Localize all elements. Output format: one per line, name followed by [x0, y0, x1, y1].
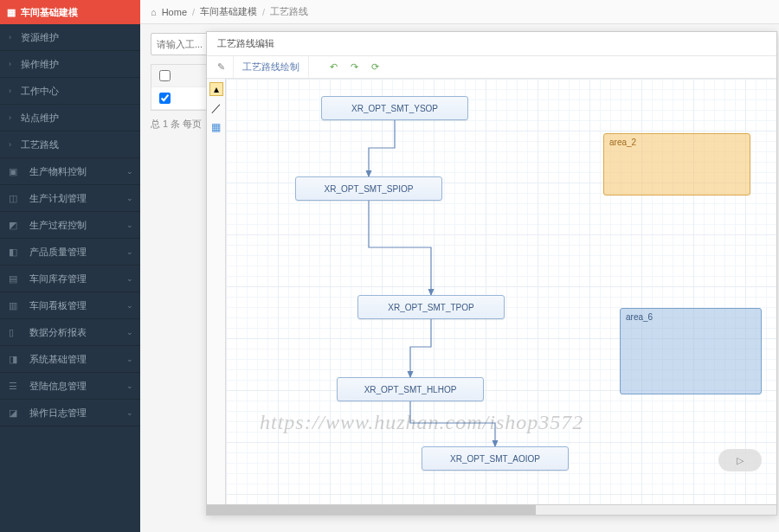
undo-icon[interactable]: ↶ [325, 59, 342, 76]
chevron-right-icon: › [9, 140, 11, 149]
sidebar: ▦ 车间基础建模 ›资源维护 ›操作维护 ›工作中心 ›站点维护 ›工艺路线 ▣… [0, 0, 140, 532]
sidebar-item-workcenter[interactable]: ›工作中心 [0, 78, 140, 105]
redo-icon[interactable]: ↷ [345, 59, 363, 76]
sidebar-item-label: 生产过程控制 [29, 219, 87, 232]
breadcrumb-sep: / [262, 7, 265, 17]
breadcrumb-crumb1[interactable]: 车间基础建模 [200, 5, 257, 18]
flow-node[interactable]: XR_OPT_SMT_HLHOP [337, 377, 484, 401]
sidebar-item-label: 工艺路线 [21, 138, 59, 151]
log-icon: ◪ [9, 407, 23, 419]
breadcrumb-home[interactable]: Home [162, 7, 187, 17]
sidebar-section-log[interactable]: ◪操作日志管理⌄ [0, 400, 140, 426]
sidebar-item-label: 车间看板管理 [29, 299, 87, 312]
board-icon: ▥ [9, 300, 23, 311]
line-tool-icon[interactable]: ／ [209, 101, 223, 115]
flow-node[interactable]: XR_OPT_SMT_SPIOP [295, 176, 442, 201]
grid-tool-icon[interactable]: ▦ [209, 120, 223, 134]
chevron-down-icon: ⌄ [126, 194, 133, 202]
breadcrumb: ⌂ Home / 车间基础建模 / 工艺路线 [140, 0, 779, 24]
tab-label: 工艺路线绘制 [242, 61, 299, 74]
sidebar-item-route[interactable]: ›工艺路线 [0, 131, 140, 158]
horizontal-scrollbar[interactable] [207, 504, 776, 515]
chevron-down-icon: ⌄ [126, 301, 133, 310]
sidebar-item-label: 操作日志管理 [29, 407, 87, 420]
chevron-down-icon: ⌄ [126, 381, 133, 390]
key-icon: ☰ [9, 381, 23, 392]
chevron-down-icon: ⌄ [126, 355, 133, 363]
modal-title: 工艺路线编辑 [207, 32, 776, 56]
pointer-tool-icon[interactable]: ▴ [209, 82, 223, 96]
sidebar-section-plan[interactable]: ◫生产计划管理⌄ [0, 185, 140, 212]
tool-palette: ▴ ／ ▦ [207, 79, 226, 504]
sidebar-item-label: 生产物料控制 [29, 165, 87, 178]
sidebar-item-resource[interactable]: ›资源维护 [0, 24, 140, 51]
calendar-icon: ◫ [9, 193, 23, 204]
chevron-down-icon: ⌄ [126, 221, 133, 229]
sidebar-section-kanban[interactable]: ▥车间看板管理⌄ [0, 292, 140, 319]
modal-title-label: 工艺路线编辑 [217, 37, 274, 50]
search-input[interactable] [151, 33, 211, 55]
sidebar-item-label: 数据分析报表 [29, 326, 87, 339]
flow-node[interactable]: XR_OPT_SMT_YSOP [321, 96, 468, 120]
pager-text: 总 1 条 每页 [151, 119, 202, 129]
sidebar-section-inventory[interactable]: ▤车间库存管理⌄ [0, 266, 140, 292]
breadcrumb-crumb2: 工艺路线 [270, 5, 308, 18]
sidebar-item-label: 产品质量管理 [29, 246, 87, 259]
play-badge-icon: ▷ [718, 449, 762, 471]
modal-body: ▴ ／ ▦ XR_OPT_SMT_YSOPXR_OPT_SMT_SPIOPXR_… [207, 79, 776, 504]
area-box[interactable]: area_2 [603, 133, 750, 195]
sidebar-item-label: 登陆信息管理 [29, 380, 87, 393]
flow-node[interactable]: XR_OPT_SMT_TPOP [357, 295, 505, 319]
stack-icon: ▤ [9, 273, 23, 285]
gear-icon: ◩ [9, 220, 23, 231]
chevron-right-icon: › [9, 87, 11, 95]
chevron-down-icon: ⌄ [126, 328, 133, 337]
sidebar-section-system[interactable]: ◨系统基础管理⌄ [0, 346, 140, 373]
edit-icon[interactable]: ✎ [212, 59, 229, 76]
sidebar-item-label: 系统基础管理 [29, 353, 87, 366]
chevron-right-icon: › [9, 33, 11, 42]
chevron-down-icon: ⌄ [126, 247, 133, 256]
row-checkbox[interactable] [159, 93, 171, 104]
dashboard-icon: ▦ [7, 7, 16, 18]
sidebar-section-material[interactable]: ▣生产物料控制⌄ [0, 158, 140, 185]
box-icon: ▣ [9, 166, 23, 177]
sidebar-item-label: 操作维护 [21, 58, 59, 71]
sidebar-section-process[interactable]: ◩生产过程控制⌄ [0, 212, 140, 239]
shield-icon: ◧ [9, 247, 23, 258]
refresh-icon[interactable]: ⟳ [366, 59, 383, 76]
db-icon: ◨ [9, 354, 23, 365]
sidebar-item-label: 资源维护 [21, 31, 59, 44]
flow-node[interactable]: XR_OPT_SMT_AOIOP [422, 446, 569, 471]
sidebar-item-label: 生产计划管理 [29, 192, 87, 205]
area-box[interactable]: area_6 [620, 308, 762, 394]
sidebar-item-station[interactable]: ›站点维护 [0, 105, 140, 131]
chevron-right-icon: › [9, 60, 11, 68]
sidebar-section-quality[interactable]: ◧产品质量管理⌄ [0, 239, 140, 266]
chevron-down-icon: ⌄ [126, 167, 133, 176]
sidebar-section-login[interactable]: ☰登陆信息管理⌄ [0, 373, 140, 400]
chevron-down-icon: ⌄ [126, 274, 133, 283]
home-icon: ⌂ [151, 7, 157, 17]
sidebar-item-label: 工作中心 [21, 85, 59, 98]
chevron-down-icon: ⌄ [126, 408, 133, 417]
chart-icon: ▯ [9, 327, 23, 338]
select-all-checkbox[interactable] [159, 70, 171, 81]
sidebar-item-label: 站点维护 [21, 112, 59, 125]
breadcrumb-sep: / [192, 7, 195, 17]
tab-draw[interactable]: 工艺路线绘制 [233, 56, 309, 78]
sidebar-section-report[interactable]: ▯数据分析报表⌄ [0, 319, 140, 346]
chevron-right-icon: › [9, 113, 11, 122]
sidebar-item-label: 车间库存管理 [29, 272, 87, 285]
modal-toolbar: ✎ 工艺路线绘制 ↶ ↷ ⟳ [207, 56, 776, 79]
sidebar-item-operation[interactable]: ›操作维护 [0, 51, 140, 78]
scrollbar-thumb[interactable] [207, 505, 536, 515]
sidebar-header: ▦ 车间基础建模 [0, 0, 140, 24]
sidebar-header-label: 车间基础建模 [21, 6, 78, 19]
diagram-canvas[interactable]: XR_OPT_SMT_YSOPXR_OPT_SMT_SPIOPXR_OPT_SM… [226, 79, 776, 504]
route-editor-panel: 工艺路线编辑 ✎ 工艺路线绘制 ↶ ↷ ⟳ ▴ ／ ▦ XR_OPT_SMT_Y… [206, 31, 777, 516]
